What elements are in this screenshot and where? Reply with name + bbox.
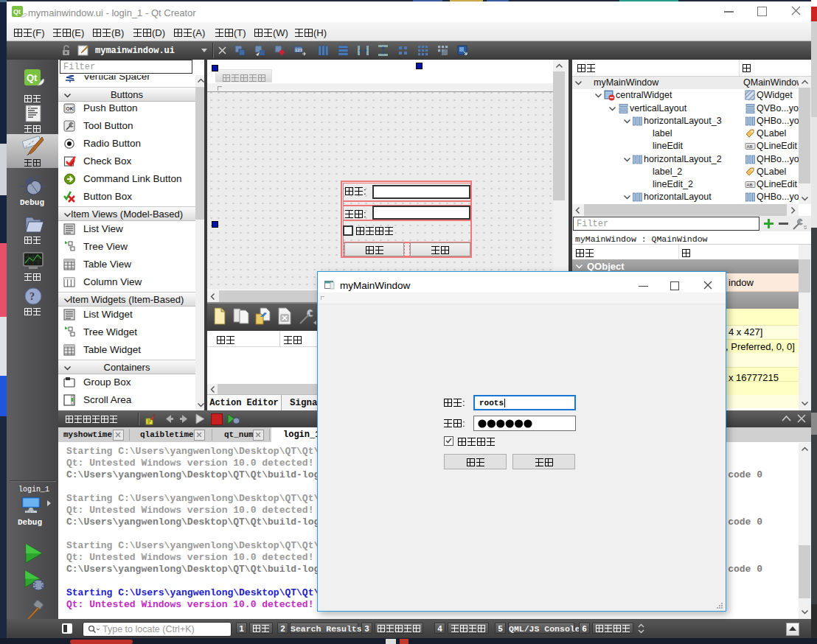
svg-text:Qt: Qt (13, 8, 21, 15)
svg-text:123: 123 (295, 48, 303, 52)
svg-text:?: ? (29, 291, 35, 302)
svg-text:OK: OK (66, 106, 74, 111)
svg-text:AB: AB (747, 144, 753, 149)
svg-text:AB: AB (747, 183, 753, 187)
svg-text:Qt: Qt (27, 72, 38, 83)
